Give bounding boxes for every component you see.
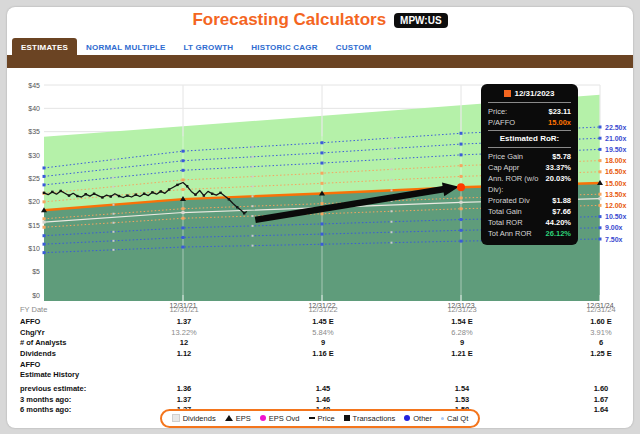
price-marker bbox=[219, 192, 221, 194]
tooltip-row: Price Gain$5.78 bbox=[488, 151, 571, 162]
legend-item-eps-ovd[interactable]: EPS Ovd bbox=[260, 414, 300, 423]
tooltip-row: Prorated Div$1.88 bbox=[488, 195, 571, 206]
y-axis-tick-label: $0 bbox=[32, 292, 40, 299]
page-header: Forecasting CalculatorsMPW:US bbox=[0, 10, 640, 30]
multiple-line-marker bbox=[182, 169, 185, 172]
legend-item-label: Transactions bbox=[353, 414, 396, 423]
multiple-line-marker bbox=[460, 132, 463, 135]
x-axis-tick-label: 12/31/22 bbox=[308, 302, 335, 309]
multiple-line-marker bbox=[599, 137, 602, 140]
tooltip-header: 12/31/2023 bbox=[488, 89, 571, 103]
tab-divider-bar bbox=[7, 55, 633, 68]
tab-historic-cagr[interactable]: HISTORIC CAGR bbox=[242, 38, 326, 55]
tab-lt-growth[interactable]: LT GROWTH bbox=[175, 38, 243, 55]
multiple-line-marker bbox=[460, 153, 463, 156]
price-marker bbox=[211, 193, 213, 195]
price-marker bbox=[168, 188, 170, 190]
tab-estimates[interactable]: ESTIMATES bbox=[12, 38, 77, 55]
y-axis-tick-label: $40 bbox=[28, 105, 40, 112]
midyear-marker bbox=[113, 204, 115, 206]
legend-item-label: EPS Ovd bbox=[269, 414, 300, 423]
midyear-marker bbox=[252, 176, 254, 178]
tab-custom[interactable]: CUSTOM bbox=[327, 38, 381, 55]
price-marker bbox=[126, 194, 128, 196]
price-marker bbox=[93, 193, 95, 195]
price-marker bbox=[203, 194, 205, 196]
multiple-line-marker bbox=[599, 204, 602, 207]
y-axis-tick-label: $20 bbox=[28, 198, 40, 205]
multiple-line-marker bbox=[460, 229, 463, 232]
legend-item-label: EPS bbox=[236, 414, 251, 423]
price-marker bbox=[85, 193, 87, 195]
legend-item-label: Cal Qt bbox=[447, 414, 468, 423]
midyear-marker bbox=[252, 205, 254, 207]
tooltip-row-label: Total Gain bbox=[488, 206, 522, 217]
tooltip-row-value: 26.12% bbox=[546, 228, 571, 239]
price-marker bbox=[68, 194, 70, 196]
tab-normal-multiple[interactable]: NORMAL MULTIPLE bbox=[77, 38, 175, 55]
multiple-line-marker bbox=[182, 217, 185, 220]
x-axis-tick-label: 12/31/23 bbox=[447, 302, 474, 309]
multiple-line-marker bbox=[321, 182, 324, 185]
right-axis-label-10.5x: 10.50x bbox=[605, 213, 627, 220]
multiple-line-marker bbox=[460, 175, 463, 178]
tooltip-date: 12/31/2023 bbox=[514, 89, 554, 98]
multiple-line-marker bbox=[321, 162, 324, 165]
tooltip-paffo-row: P/AFFO 15.00x bbox=[488, 117, 571, 128]
eps-marker-icon bbox=[225, 415, 233, 421]
multiple-line-marker bbox=[599, 159, 602, 162]
midyear-marker bbox=[113, 240, 115, 242]
tooltip-row-label: Price Gain bbox=[488, 151, 523, 162]
price-marker bbox=[236, 206, 238, 208]
tooltip-row: Ann. ROR (w/o Div):20.03% bbox=[488, 173, 571, 195]
price-marker bbox=[160, 190, 162, 192]
x-axis-tick-label: 12/31/21 bbox=[169, 302, 196, 309]
tooltip-row-label: Ann. ROR (w/o Div): bbox=[488, 173, 546, 195]
multiple-line-marker bbox=[321, 243, 324, 246]
tooltip-row-value: 44.20% bbox=[546, 217, 571, 228]
multiple-line-marker bbox=[321, 202, 324, 205]
legend-item-dividends[interactable]: Dividends bbox=[172, 414, 216, 423]
highlighted-point bbox=[457, 183, 465, 191]
multiple-line-marker bbox=[182, 207, 185, 210]
white-line-marker bbox=[182, 211, 185, 214]
midyear-marker bbox=[252, 185, 254, 187]
multiple-line-marker bbox=[460, 240, 463, 243]
legend-item-eps[interactable]: EPS bbox=[225, 414, 251, 423]
price-marker bbox=[228, 198, 230, 200]
tooltip-row-value: $7.66 bbox=[552, 206, 571, 217]
midyear-marker bbox=[391, 158, 393, 160]
legend-item-other[interactable]: Other bbox=[404, 414, 432, 423]
date-marker-icon bbox=[504, 90, 511, 97]
midyear-marker bbox=[113, 186, 115, 188]
tooltip-row-value: 20.03% bbox=[546, 173, 571, 195]
tooltip-row-value: $1.88 bbox=[552, 195, 571, 206]
right-axis-label-22.5x: 22.50x bbox=[605, 124, 627, 131]
multiple-line-marker bbox=[460, 164, 463, 167]
midyear-marker bbox=[113, 159, 115, 161]
y-axis-tick-label: $45 bbox=[28, 82, 40, 89]
multiple-line-marker bbox=[182, 178, 185, 181]
right-axis-label-15x: 15.00x bbox=[605, 180, 627, 187]
y-axis-tick-label: $15 bbox=[28, 222, 40, 229]
paffo-label: P/AFFO bbox=[488, 117, 515, 128]
legend-item-price[interactable]: Price bbox=[309, 414, 335, 423]
price-marker bbox=[135, 193, 137, 195]
tooltip-row: Total ROR44.20% bbox=[488, 217, 571, 228]
midyear-marker bbox=[113, 231, 115, 233]
multiple-line-marker bbox=[43, 166, 46, 169]
multiple-line-marker bbox=[43, 226, 46, 229]
legend-item-transactions[interactable]: Transactions bbox=[344, 414, 396, 423]
white-line-marker bbox=[460, 201, 463, 204]
tooltip-row-value: $5.78 bbox=[552, 151, 571, 162]
midyear-marker bbox=[113, 213, 115, 215]
midyear-marker bbox=[391, 242, 393, 244]
legend-item-label: Dividends bbox=[183, 414, 216, 423]
tooltip-price-row: Price: $23.11 bbox=[488, 106, 571, 117]
multiple-line-marker bbox=[460, 196, 463, 199]
legend-item-cal-qt[interactable]: Cal Qt bbox=[441, 414, 468, 423]
price-marker bbox=[76, 195, 78, 197]
white-line-marker bbox=[599, 197, 602, 200]
price-marker bbox=[101, 196, 103, 198]
multiple-line-marker bbox=[599, 226, 602, 229]
